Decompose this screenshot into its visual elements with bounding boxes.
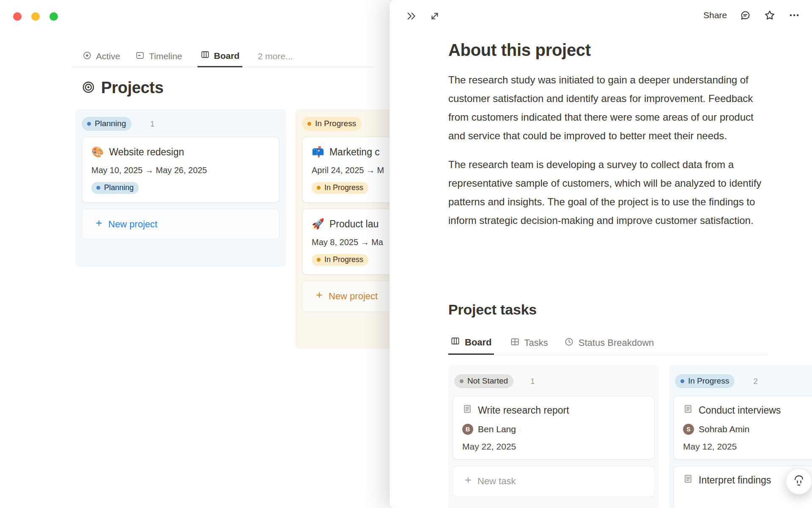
board-icon	[200, 50, 210, 61]
status-dot	[460, 379, 464, 383]
plus-icon	[95, 219, 103, 230]
palette-emoji-icon: 🎨	[91, 147, 104, 157]
task-title: Conduct interviews	[699, 405, 781, 416]
tasks-tabs-divider	[448, 355, 766, 355]
tab-label: 2 more...	[258, 51, 293, 61]
tab-label: Board	[214, 51, 240, 61]
share-button[interactable]: Share	[703, 10, 727, 20]
task-due-date: May 12, 2025	[683, 442, 812, 452]
card-title: Marketing c	[329, 146, 380, 158]
tasks-view-tabs: Board Tasks	[448, 331, 654, 355]
status-pill-in-progress[interactable]: In Progress	[675, 374, 735, 388]
peek-page-content: About this project The research study wa…	[448, 41, 766, 240]
table-icon	[510, 337, 520, 349]
page-doc-icon	[683, 404, 693, 417]
card-status-tag: Planning	[91, 182, 139, 194]
status-dot	[87, 122, 91, 126]
ai-face-icon	[792, 474, 806, 489]
assignee-avatar: B	[462, 424, 473, 435]
clock-icon	[564, 337, 574, 349]
assignee-name: Ben Lang	[478, 424, 516, 434]
column-count: 1	[530, 377, 535, 386]
tab-board-view[interactable]: Board	[198, 45, 243, 67]
task-title: Write research report	[478, 405, 569, 416]
open-full-page-icon[interactable]	[429, 11, 440, 22]
tab-status-breakdown[interactable]: Status Breakdown	[564, 331, 654, 355]
assignee-avatar: S	[683, 424, 694, 435]
peek-toolbar-right: Share	[703, 9, 800, 21]
board-icon	[450, 336, 460, 348]
task-card[interactable]: Conduct interviews S Sohrab Amin May 12,…	[673, 396, 812, 460]
body-paragraph[interactable]: The research team is developing a survey…	[448, 155, 766, 230]
comments-icon[interactable]	[740, 10, 751, 21]
target-icon	[82, 80, 95, 96]
task-column-not-started: Not Started 1 Write research report	[448, 365, 659, 508]
notion-ai-button[interactable]	[786, 468, 812, 494]
rocket-emoji-icon: 🚀	[312, 219, 324, 229]
card-title: Product lau	[329, 218, 379, 230]
favorite-star-icon[interactable]	[764, 9, 776, 21]
card-status-tag: In Progress	[312, 182, 368, 194]
column-header: Not Started 1	[448, 365, 659, 396]
side-peek-panel: Share About this project The research	[390, 0, 812, 508]
task-card[interactable]: Write research report B Ben Lang May 22,…	[453, 396, 655, 460]
task-due-date: May 22, 2025	[462, 442, 645, 452]
column-header: In Progress 2	[669, 365, 812, 396]
tab-timeline-view[interactable]: Timeline	[135, 45, 182, 67]
status-dot	[307, 122, 311, 126]
board-column-planning: Planning 1 🎨 Website redesign May 10, 20…	[75, 109, 286, 267]
view-tabs: Active Timeline Board 2 more...	[82, 45, 293, 67]
page-title-row: Projects	[82, 79, 164, 97]
star-circle-icon	[82, 51, 92, 62]
card-date-range: May 10, 2025 → May 26, 2025	[91, 166, 270, 175]
zoom-window-button[interactable]	[49, 12, 58, 21]
mailbox-emoji-icon: 📫	[312, 147, 324, 157]
peek-page-title[interactable]: About this project	[448, 41, 766, 60]
window-controls	[13, 12, 58, 21]
status-dot	[317, 186, 321, 190]
page-doc-icon	[462, 404, 472, 417]
column-count: 2	[753, 377, 758, 386]
page-doc-icon	[683, 474, 693, 486]
column-count: 1	[150, 119, 155, 129]
peek-toolbar-left	[406, 10, 440, 22]
status-dot	[96, 186, 100, 190]
close-window-button[interactable]	[13, 12, 22, 21]
plus-icon	[464, 476, 472, 487]
assignee-name: Sohrab Amin	[699, 424, 749, 434]
more-options-icon[interactable]	[788, 9, 800, 21]
new-task-button[interactable]: New task	[453, 466, 655, 497]
status-pill-planning[interactable]: Planning	[82, 117, 132, 131]
plus-icon	[315, 291, 324, 302]
minimize-window-button[interactable]	[31, 12, 40, 21]
column-header: Planning 1	[75, 109, 286, 137]
tab-more-views[interactable]: 2 more...	[258, 45, 293, 67]
status-dot	[317, 258, 321, 262]
tab-tasks-table[interactable]: Tasks	[510, 331, 548, 355]
status-dot	[680, 379, 684, 383]
project-card[interactable]: 🎨 Website redesign May 10, 2025 → May 26…	[82, 137, 280, 203]
tab-label: Timeline	[149, 51, 182, 61]
notion-window: Active Timeline Board 2 more...	[0, 0, 812, 508]
collapse-peek-icon[interactable]	[406, 10, 417, 22]
card-title: Website redesign	[109, 146, 184, 158]
timeline-icon	[135, 51, 145, 62]
tab-label: Active	[96, 51, 120, 61]
card-status-tag: In Progress	[312, 254, 368, 266]
new-project-button[interactable]: New project	[82, 209, 280, 240]
tab-tasks-board[interactable]: Board	[448, 331, 494, 355]
tasks-section-heading[interactable]: Project tasks	[448, 301, 537, 318]
status-pill-not-started[interactable]: Not Started	[454, 374, 513, 388]
task-title: Interpret findings	[699, 475, 771, 486]
page-title[interactable]: Projects	[101, 79, 164, 97]
body-paragraph[interactable]: The research study was initiated to gain…	[448, 71, 766, 145]
tab-active-view[interactable]: Active	[82, 45, 120, 67]
status-pill-in-progress[interactable]: In Progress	[302, 117, 362, 131]
